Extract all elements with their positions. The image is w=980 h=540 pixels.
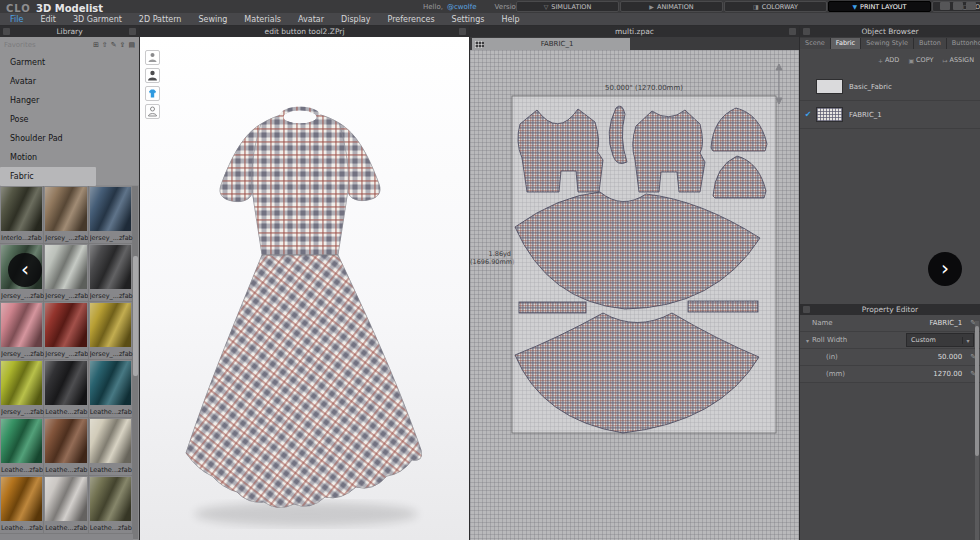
pattern-waistband-2[interactable] bbox=[688, 301, 758, 312]
reset-view-icon[interactable] bbox=[145, 50, 160, 65]
add-button[interactable]: +ADD bbox=[878, 56, 900, 64]
fabric-thumbnail[interactable]: Jersey_...zfab bbox=[44, 244, 88, 302]
fabric-thumbnail[interactable]: Jersey_...zfab bbox=[44, 302, 88, 360]
view-mode-icon[interactable]: ▤ bbox=[128, 41, 135, 50]
mode-buttons: ▽SIMULATION▶ANIMATION◨COLORWAY▼PRINT LAY… bbox=[516, 1, 980, 12]
property-row-mm: (mm)1270.00✎ bbox=[800, 366, 980, 383]
menu-materials[interactable]: Materials bbox=[244, 15, 281, 24]
dress-3d-render[interactable] bbox=[140, 37, 469, 540]
sidebar-item-motion[interactable]: Motion bbox=[0, 148, 139, 167]
assign-button[interactable]: ↦ASSIGN bbox=[942, 56, 974, 64]
fabric-thumbnail[interactable]: Leathe...zfab bbox=[0, 476, 44, 534]
fabric-thumbnail[interactable]: Jersey_...zfab bbox=[44, 186, 88, 244]
property-value[interactable]: FABRIC_1 bbox=[929, 319, 962, 327]
menu-display[interactable]: Display bbox=[341, 15, 371, 24]
fabric-thumbnail[interactable]: Jersey_...zfab bbox=[89, 302, 133, 360]
property-editor-menu-icon[interactable] bbox=[803, 306, 810, 313]
top-button-colorway[interactable]: ◨COLORWAY bbox=[724, 1, 827, 12]
panel-menu-icon[interactable] bbox=[3, 28, 10, 35]
property-scrollbar[interactable] bbox=[975, 321, 979, 540]
fabric-thumbnail[interactable]: Leathe...zfab bbox=[89, 418, 133, 476]
fabric-list-item-basic-fabric[interactable]: Basic_Fabric bbox=[800, 73, 980, 101]
avatar-display-icon[interactable] bbox=[145, 104, 160, 119]
library-scrollbar[interactable] bbox=[133, 186, 138, 539]
upload-icon[interactable]: ⇪ bbox=[120, 41, 126, 50]
canvas-2d[interactable]: 50.000" (1270.00mm) 1.86yd (1696.90mm) bbox=[470, 50, 799, 540]
fabric-list-item-fabric-1[interactable]: ✔FABRIC_1 bbox=[800, 101, 980, 129]
fabric-thumbnail[interactable]: Jersey_...zfab bbox=[89, 186, 133, 244]
menu-avatar[interactable]: Avatar bbox=[298, 15, 324, 24]
fabric-tab-bar: FABRIC_1 bbox=[470, 37, 799, 50]
property-label: (in) bbox=[826, 353, 838, 361]
property-value[interactable]: 1270.00 bbox=[933, 370, 962, 378]
menu-preferences[interactable]: Preferences bbox=[388, 15, 435, 24]
fabric-thumbnail-image bbox=[90, 303, 131, 347]
top-button-simulation[interactable]: ▽SIMULATION bbox=[516, 1, 619, 12]
import-icon[interactable]: ⇧ bbox=[102, 41, 108, 50]
minimize-icon[interactable] bbox=[940, 2, 950, 10]
fabric-thumbnail-label: Leathe...zfab bbox=[1, 466, 43, 474]
add-folder-icon[interactable]: ⊞ bbox=[93, 41, 99, 50]
copy-button[interactable]: ▣COPY bbox=[908, 56, 933, 64]
fabric-thumbnail[interactable]: Leathe...zfab bbox=[44, 418, 88, 476]
copy-icon: ▣ bbox=[908, 57, 914, 64]
pattern-waistband-1[interactable] bbox=[519, 302, 586, 313]
prev-arrow-button[interactable]: ‹ bbox=[8, 253, 42, 287]
animation-icon: ▶ bbox=[649, 3, 654, 10]
fabric-thumbnail[interactable]: Leathe...zfab bbox=[89, 476, 133, 534]
fabric-thumbnail[interactable]: Leathe...zfab bbox=[44, 476, 88, 534]
sidebar-item-shoulder-pad[interactable]: Shoulder Pad bbox=[0, 129, 139, 148]
top-button-animation[interactable]: ▶ANIMATION bbox=[620, 1, 723, 12]
action-label: ADD bbox=[885, 56, 899, 64]
sidebar-item-pose[interactable]: Pose bbox=[0, 110, 139, 129]
canvas-3d[interactable] bbox=[140, 37, 469, 540]
close-icon[interactable] bbox=[966, 2, 976, 10]
expander-icon[interactable]: ▾ bbox=[806, 337, 809, 344]
menu-edit[interactable]: Edit bbox=[40, 15, 56, 24]
tab-buttonhole[interactable]: Buttonhole bbox=[947, 38, 980, 49]
username-link[interactable]: @cwolfe bbox=[447, 3, 477, 11]
panel-dock-icon[interactable] bbox=[803, 28, 810, 35]
menu-settings[interactable]: Settings bbox=[452, 15, 485, 24]
property-value[interactable]: 50.000 bbox=[938, 353, 963, 361]
panel-collapse-icon[interactable] bbox=[129, 28, 136, 35]
top-button-print-layout[interactable]: ▼PRINT LAYOUT bbox=[828, 1, 931, 12]
fabric-thumbnail[interactable]: Leathe...zfab bbox=[89, 360, 133, 418]
tab-button[interactable]: Button bbox=[914, 38, 947, 49]
edit-icon[interactable]: ✎ bbox=[111, 41, 117, 50]
title-bar: CLO 3D Modelist Hello, @cwolfe Version :… bbox=[0, 0, 980, 13]
fabric-thumbnail[interactable]: Leathe...zfab bbox=[44, 360, 88, 418]
viewport-3d-menu-icon[interactable] bbox=[459, 28, 466, 35]
maximize-icon[interactable] bbox=[953, 2, 963, 10]
sidebar-item-garment[interactable]: Garment bbox=[0, 53, 139, 72]
fabric-thumbnail[interactable]: Interlo...zfab bbox=[0, 186, 44, 244]
fabric-thumbnail[interactable]: Jersey_...zfab bbox=[0, 302, 44, 360]
next-arrow-button[interactable]: › bbox=[928, 252, 962, 286]
menu-help[interactable]: Help bbox=[501, 15, 519, 24]
sidebar-item-avatar[interactable]: Avatar bbox=[0, 72, 139, 91]
viewport-2d: multi.zpac FABRIC_1 50.000" (1270.00mm) … bbox=[470, 26, 800, 540]
fabric-thumbnail-label: Leathe...zfab bbox=[90, 408, 132, 416]
colorway-icon: ◨ bbox=[753, 3, 759, 10]
tab-fabric-1[interactable]: FABRIC_1 bbox=[472, 38, 630, 50]
menu-2d-pattern[interactable]: 2D Pattern bbox=[139, 15, 182, 24]
fabric-thumbnail[interactable]: Jersey_...zfab bbox=[89, 244, 133, 302]
tab-fabric[interactable]: Fabric bbox=[831, 38, 861, 49]
fabric-thumbnail[interactable]: Leathe...zfab bbox=[0, 418, 44, 476]
preset-dropdown[interactable]: Custom▾ bbox=[906, 333, 974, 347]
tab-sewing-style[interactable]: Sewing Style bbox=[861, 38, 914, 49]
show-garment-icon[interactable] bbox=[145, 86, 160, 101]
menu-file[interactable]: File bbox=[10, 15, 23, 24]
property-label: (mm) bbox=[826, 370, 845, 378]
fabric-thumbnail[interactable]: Jersey_...zfab bbox=[0, 360, 44, 418]
dropdown-value: Custom bbox=[907, 336, 962, 344]
viewport-2d-menu-icon[interactable] bbox=[789, 28, 796, 35]
sidebar-item-fabric[interactable]: Fabric bbox=[0, 167, 96, 186]
menu-3d-garment[interactable]: 3D Garment bbox=[73, 15, 122, 24]
property-editor-rows: NameFABRIC_1✎▾Roll WidthCustom▾(in)50.00… bbox=[800, 315, 980, 383]
sidebar-item-hanger[interactable]: Hanger bbox=[0, 91, 139, 110]
object-browser-tabs: SceneFabricSewing StyleButtonButtonholeA… bbox=[800, 37, 980, 49]
menu-sewing[interactable]: Sewing bbox=[198, 15, 227, 24]
tab-scene[interactable]: Scene bbox=[800, 38, 831, 49]
show-avatar-icon[interactable] bbox=[145, 68, 160, 83]
